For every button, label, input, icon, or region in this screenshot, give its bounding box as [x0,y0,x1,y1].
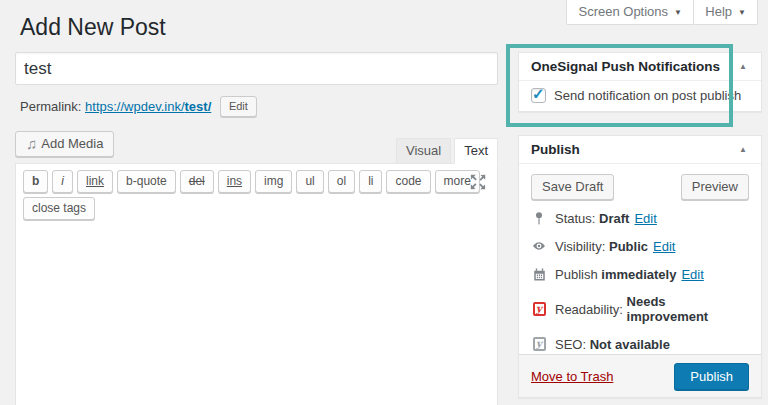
editor-content-area[interactable] [16,226,497,405]
yoast-seo-icon: y [531,336,547,352]
quicktag-li[interactable]: li [359,170,382,193]
quicktag-italic[interactable]: i [52,170,73,193]
quicktag-del[interactable]: del [180,170,214,193]
quicktag-blockquote[interactable]: b-quote [117,170,176,193]
close-tags-button[interactable]: close tags [23,197,95,220]
collapse-arrow-icon[interactable]: ▲ [737,143,749,156]
schedule-value: immediately [601,267,676,282]
calendar-icon [531,266,547,282]
chevron-down-icon: ▼ [738,8,746,17]
status-edit-link[interactable]: Edit [634,211,656,226]
screen-options-label: Screen Options [578,4,668,19]
status-value: Draft [599,211,629,226]
schedule-row: Publish immediately Edit [531,266,749,282]
visibility-value: Public [609,239,648,254]
permalink: Permalink: https://wpdev.ink/test/ Edit [20,96,257,117]
fullscreen-icon[interactable] [469,173,487,191]
page-title: Add New Post [20,13,166,43]
schedule-edit-link[interactable]: Edit [681,267,703,282]
yoast-readability-icon: y [531,301,547,317]
status-row: Status: Draft Edit [531,210,749,226]
readability-value: Needs improvement [627,294,749,324]
seo-label: SEO: [555,337,586,352]
editor-mode-tabs: VisualText [393,138,498,164]
editor-container: bilinkb-quotedelinsimgulollicodemore clo… [15,163,498,405]
onesignal-panel: OneSignal Push Notifications ▲ ✓Send not… [518,52,762,112]
tab-visual[interactable]: Visual [396,138,451,164]
help-button[interactable]: Help▼ [693,0,758,25]
permalink-slug: test/ [185,99,212,114]
move-to-trash-link[interactable]: Move to Trash [531,369,613,384]
post-editor: ♫Add Media VisualText bilinkb-quotedelin… [15,131,498,405]
readability-row: y Readability: Needs improvement [531,294,749,324]
collapse-arrow-icon[interactable]: ▲ [737,60,749,73]
permalink-link[interactable]: https://wpdev.ink/test/ [85,99,211,114]
tab-text[interactable]: Text [454,138,498,164]
screen-options-button[interactable]: Screen Options▼ [566,0,694,25]
publish-button[interactable]: Publish [674,363,749,390]
permalink-label: Permalink: [20,99,81,114]
media-tab-row: ♫Add Media VisualText [15,131,498,163]
seo-value: Not available [590,337,670,352]
seo-row: y SEO: Not available [531,336,749,352]
quicktag-bold[interactable]: b [23,170,48,193]
pin-icon [531,210,547,226]
eye-icon [531,238,547,254]
major-publishing-actions: Move to Trash Publish [519,354,761,397]
quicktag-code[interactable]: code [386,170,430,193]
visibility-label: Visibility: [555,239,605,254]
quicktag-ul[interactable]: ul [296,170,323,193]
publish-panel-body: Save Draft Preview Status: Draft Edit Vi… [519,164,761,352]
save-draft-button[interactable]: Save Draft [531,174,614,200]
schedule-label: Publish [555,267,598,282]
help-label: Help [705,4,732,19]
onesignal-panel-body: ✓Send notification on post publish [519,81,761,110]
chevron-down-icon: ▼ [674,8,682,17]
onesignal-panel-title: OneSignal Push Notifications [531,59,720,74]
status-label: Status: [555,211,595,226]
send-notification-checkbox[interactable]: ✓ [531,88,546,103]
send-notification-label[interactable]: Send notification on post publish [554,88,741,103]
add-media-button[interactable]: ♫Add Media [15,131,114,157]
quicktag-link[interactable]: link [77,170,113,193]
readability-label: Readability: [555,302,623,317]
add-new-post-page: Screen Options▼ Help▼ Add New Post Perma… [0,0,768,405]
minor-publishing-actions: Save Draft Preview [531,174,749,210]
checkmark-icon: ✓ [532,85,545,103]
visibility-edit-link[interactable]: Edit [653,239,675,254]
quicktag-ol[interactable]: ol [328,170,355,193]
permalink-edit-button[interactable]: Edit [220,96,257,117]
post-title-input[interactable] [15,52,498,85]
permalink-url-base: https://wpdev.ink/ [85,99,184,114]
quicktag-img[interactable]: img [255,170,292,193]
publish-panel-header: Publish ▲ [519,136,761,164]
media-icon: ♫ [26,135,37,152]
quicktags-toolbar: bilinkb-quotedelinsimgulollicodemore clo… [16,164,497,222]
add-media-label: Add Media [41,136,103,151]
quicktag-ins[interactable]: ins [218,170,251,193]
onesignal-panel-header: OneSignal Push Notifications ▲ [519,53,761,81]
preview-button[interactable]: Preview [681,174,749,200]
publish-panel: Publish ▲ Save Draft Preview Status: Dra… [518,135,762,398]
visibility-row: Visibility: Public Edit [531,238,749,254]
publish-panel-title: Publish [531,142,580,157]
